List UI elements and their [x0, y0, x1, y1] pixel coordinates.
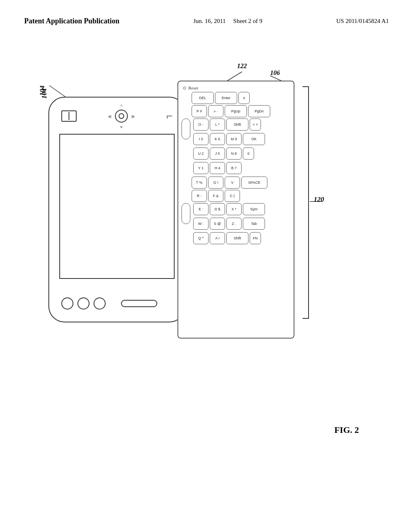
key-i3[interactable]: I 3 [193, 133, 209, 145]
key-o-minus[interactable]: O - [193, 118, 209, 131]
bottom-circle-2[interactable] [77, 297, 90, 310]
ref-label-120: 120 [314, 195, 324, 204]
key-row-2: P # = · PgUp PgDn [181, 105, 290, 117]
key-row-9a: E : D $ X * Sym [193, 203, 265, 215]
reset-row: Reset [181, 85, 290, 90]
key-caret[interactable]: ∧ [238, 92, 250, 104]
key-u2[interactable]: U 2 [193, 148, 209, 160]
key-f-amp[interactable]: F & [208, 190, 223, 202]
key-empty-8 [241, 190, 252, 202]
phone-body: « ^ v » ⌐ [48, 97, 186, 322]
nav-down-arrow-icon: v [120, 124, 123, 129]
ref-label-122: 122 [237, 62, 247, 70]
phone-bottom-bar [61, 297, 173, 310]
key-eq-dot[interactable]: = · [208, 105, 223, 117]
key-d-dollar[interactable]: D $ [210, 203, 225, 215]
nav-circle-button[interactable] [115, 110, 128, 123]
key-oval-left-top[interactable] [181, 118, 190, 139]
key-pgdn[interactable]: PgDn [248, 105, 270, 117]
key-v[interactable]: V [225, 177, 240, 189]
key-w-colon[interactable]: W : [193, 218, 209, 230]
key-p-hash[interactable]: P # [192, 105, 207, 117]
home-button[interactable] [121, 300, 157, 307]
book-icon [61, 110, 77, 122]
key-oval-left-bottom[interactable] [181, 203, 190, 224]
key-ok[interactable]: OK [243, 133, 265, 145]
phone-screen [59, 134, 175, 279]
key-row-1: DEL Enter ∧ [181, 92, 290, 104]
key-tab[interactable]: Tab [243, 218, 265, 230]
key-empty-6 [243, 162, 254, 174]
key-b7[interactable]: B 7 [226, 162, 242, 174]
publication-title: Patent Application Publication [24, 16, 119, 26]
key-r-minus[interactable]: R - [192, 190, 207, 202]
sheet-info: Sheet 2 of 9 [233, 18, 262, 24]
key-lt-plus[interactable]: < + [250, 118, 261, 131]
key-x-star[interactable]: X * [226, 203, 242, 215]
key-q-caret[interactable]: Q ^ [193, 232, 209, 244]
bottom-circle-3[interactable] [94, 297, 106, 310]
reset-label[interactable]: Reset [188, 85, 198, 90]
key-g-bslash[interactable]: G \ [208, 177, 223, 189]
key-pgup[interactable]: PgUp [225, 105, 247, 117]
key-row-6: Y 1 H 4 B 7 [193, 162, 265, 174]
ref-label-106: 106 [270, 69, 280, 77]
key-shift-bottom[interactable]: Shift [226, 232, 248, 244]
key-row-9: E : D $ X * Sym W : S @ Z . Tab Q ^ A ! … [181, 203, 290, 245]
key-n8[interactable]: N 8 [226, 148, 242, 160]
key-enter[interactable]: Enter [215, 92, 237, 104]
key-k6[interactable]: K 6 [210, 133, 225, 145]
publication-date-sheet: Jun. 16, 2011 Sheet 2 of 9 [193, 16, 262, 26]
key-space[interactable]: SPACE [241, 177, 267, 189]
ref-label-104-display: 104 [38, 85, 46, 96]
nav-group: « ^ v » [108, 110, 135, 123]
bottom-circles [61, 297, 106, 310]
key-row-3: O - L * Shift < + I 3 K 6 M 9 OK U 2 J 5… [181, 118, 290, 175]
key-t-pct[interactable]: T % [192, 177, 207, 189]
key-row-7: T % G \ V SPACE [181, 177, 290, 189]
key-fn[interactable]: FN [250, 232, 261, 244]
key-y1[interactable]: Y 1 [193, 162, 209, 174]
nav-center-group: ^ v [115, 110, 128, 123]
key-row-11: Q ^ A ! Shift FN [193, 232, 265, 244]
nav-up-arrow-icon: ^ [121, 103, 123, 108]
nav-right-icon: » [131, 112, 135, 121]
key-row-8: R - F & C ( [181, 190, 290, 202]
key-a-excl[interactable]: A ! [210, 232, 225, 244]
phone-topbar: « ^ v » ⌐ [61, 110, 173, 123]
key-sym[interactable]: Sym [243, 203, 265, 215]
bracket-icon: ⌐ [166, 110, 173, 123]
key-e-colon[interactable]: E : [193, 203, 209, 215]
key-c-paren[interactable]: C ( [225, 190, 240, 202]
key-l-star[interactable]: L * [210, 118, 225, 131]
key-row-3a: O - L * Shift < + [193, 118, 265, 131]
key-h4[interactable]: H 4 [210, 162, 225, 174]
key-z-dot[interactable]: Z . [226, 218, 242, 230]
bottom-circle-1[interactable] [61, 297, 73, 310]
publication-number: US 2011/0145824 A1 [336, 16, 389, 26]
keyboard-panel: Reset DEL Enter ∧ P # = · PgUp PgDn O - … [177, 81, 294, 339]
key-del[interactable]: DEL [192, 92, 214, 104]
figure-label: FIG. 2 [334, 425, 359, 435]
key-j5[interactable]: J 5 [210, 148, 225, 160]
key-shift-top[interactable]: Shift [226, 118, 248, 131]
reset-dot-icon [183, 87, 186, 89]
key-zero[interactable]: 0 [243, 148, 254, 160]
page-header: Patent Application Publication Jun. 16, … [0, 16, 413, 26]
diagram-area: 104 104 122 106 120 « ^ v » ⌐ [24, 64, 379, 468]
key-row-4: I 3 K 6 M 9 OK [193, 133, 265, 145]
key-row-5: U 2 J 5 N 8 0 [193, 148, 265, 160]
nav-left-icon: « [108, 112, 112, 121]
key-row-10: W : S @ Z . Tab [193, 218, 265, 230]
key-s-at[interactable]: S @ [210, 218, 225, 230]
key-m9[interactable]: M 9 [226, 133, 242, 145]
pub-date: Jun. 16, 2011 [193, 18, 225, 24]
